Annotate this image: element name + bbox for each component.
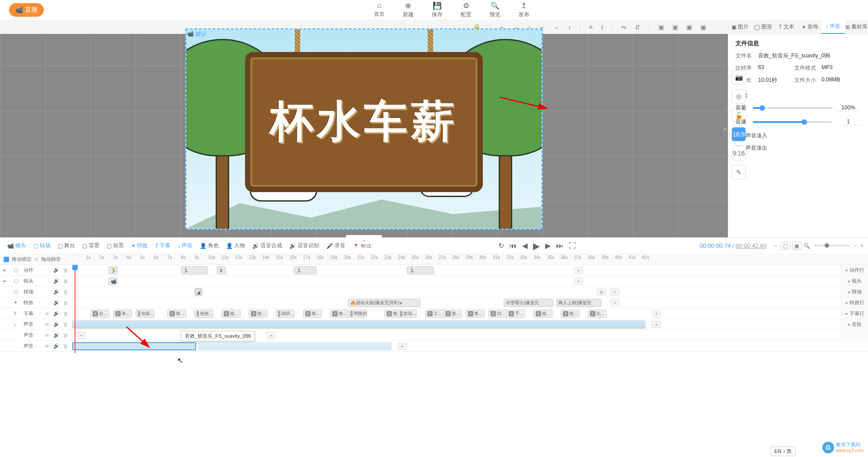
subtitle-clip[interactable]: T在... xyxy=(90,310,109,318)
tl-tab-subtitle[interactable]: T 字幕 xyxy=(152,240,173,251)
tab-shape[interactable]: ◯图形 xyxy=(752,20,775,33)
subtitle-clip[interactable]: T周围的... xyxy=(348,310,367,318)
add-camera-button[interactable]: + xyxy=(574,278,583,285)
action-clip[interactable]: 🏃 xyxy=(294,266,316,274)
screenshot-button[interactable]: 📷 xyxy=(731,70,746,85)
camera-clip[interactable]: 📹 xyxy=(108,277,118,285)
tl-tab-role[interactable]: 👤 角色 xyxy=(197,240,222,251)
effect-clip-fire[interactable]: 🔥 跳动火焰(播放完消失) ▾ xyxy=(348,299,420,307)
menu-publish[interactable]: ↥发布 xyxy=(519,1,529,19)
subtitle-clip[interactable]: T推... xyxy=(303,310,322,318)
zoom-in-button[interactable]: ▣ xyxy=(792,242,802,250)
menu-config[interactable]: ⚙配置 xyxy=(461,1,472,19)
track-label-2[interactable]: ✦特效🔊🗑 xyxy=(0,297,72,308)
subtitle-clip[interactable]: T比... xyxy=(588,310,607,318)
menu-preview[interactable]: 🔍预览 xyxy=(490,1,500,19)
subtitle-clip[interactable]: T立... xyxy=(425,310,444,318)
timeline-ruler[interactable]: 1s2s3s4s5s6s7s8s9s10s11s12s13s14s15s16s1… xyxy=(72,254,868,264)
tl-tab-effect[interactable]: ✦ 特效 xyxy=(128,240,151,251)
transition-clip[interactable]: ◢ xyxy=(194,288,203,296)
speed-slider[interactable] xyxy=(753,121,832,123)
add-action-button[interactable]: + xyxy=(574,267,583,274)
add-action-row-button[interactable]: + 动作行 xyxy=(841,265,868,276)
tl-tab-foreground[interactable]: ▢ 前景 xyxy=(104,240,127,251)
subtitle-clip[interactable]: T发现... xyxy=(398,310,417,318)
edit-button[interactable]: ✎ xyxy=(731,165,746,179)
volume-value[interactable]: 100% xyxy=(836,104,861,111)
fullscreen-button[interactable]: ⛶ xyxy=(569,242,576,250)
audio-clip-extended[interactable] xyxy=(198,342,392,350)
tl-tab-sound[interactable]: ♪ 声音 xyxy=(175,240,195,251)
tab-image[interactable]: ▣图片 xyxy=(728,20,752,33)
track-label-0[interactable]: ▸▢镜头🔊🗑 xyxy=(0,276,72,287)
tl-tab-asr[interactable]: 🔊 语音识别 xyxy=(287,240,322,251)
target-button[interactable]: ◎ xyxy=(731,89,746,104)
audio-clip-main[interactable] xyxy=(72,320,646,329)
canvas-collapse-button[interactable]: ⌄ xyxy=(346,235,382,244)
volume-slider[interactable] xyxy=(753,107,832,109)
subtitle-clip[interactable]: T推... xyxy=(330,310,349,318)
push-lock-checkbox[interactable] xyxy=(4,257,9,262)
subtitle-clip[interactable]: T就听... xyxy=(276,310,295,318)
skip-start-button[interactable]: ⏮ xyxy=(509,242,517,250)
effect-clip-dust[interactable]: 舞入上散(播放完 xyxy=(556,299,601,307)
language-indicator[interactable]: EN ♪ 简 xyxy=(770,447,796,456)
add-transition-row-button[interactable]: + 转场 xyxy=(841,287,868,297)
menu-new[interactable]: ⊕新建 xyxy=(403,1,414,19)
panel-collapse-button[interactable]: ▸ xyxy=(724,126,727,132)
subtitle-clip[interactable]: T但... xyxy=(488,310,507,318)
track-label-4[interactable]: ♪声音👁🔊🗑 xyxy=(0,319,72,330)
fadeout-row[interactable]: 声音淡出 xyxy=(736,144,861,152)
track-label-3[interactable]: T字幕👁🔊🗑 xyxy=(0,308,72,319)
add-effect-row-button[interactable]: + 特效行 xyxy=(841,297,868,308)
aspect-9-16-button[interactable]: 9:16 xyxy=(731,146,746,160)
speed-value[interactable]: 1 xyxy=(836,118,861,125)
add-transition-button-2[interactable]: + xyxy=(610,288,619,296)
add-subtitle-row-button[interactable]: + 字幕行 xyxy=(841,308,868,319)
add-subtitle-button[interactable]: + xyxy=(652,310,661,317)
action-clip[interactable]: 🏃 xyxy=(407,266,434,274)
distribute-v-icon[interactable]: ⦀ xyxy=(601,24,604,31)
flip-v-icon[interactable]: ⇵ xyxy=(635,24,640,31)
subtitle-clip[interactable]: T有... xyxy=(113,310,132,318)
tab-sound[interactable]: ♪声音 xyxy=(821,20,845,34)
tl-tab-tts[interactable]: 🔊 语音合成 xyxy=(250,240,285,251)
subtitle-clip[interactable]: T推... xyxy=(249,310,268,318)
loop-button[interactable]: ↻ xyxy=(498,241,504,250)
tl-tab-stage[interactable]: ▢ 舞台 xyxy=(55,240,78,251)
action-clip[interactable]: 🏃 xyxy=(108,266,118,274)
zoom-out-button[interactable]: − xyxy=(772,243,779,249)
add-sound-button-2a[interactable]: + xyxy=(77,332,86,339)
skip-end-button[interactable]: ⏭ xyxy=(556,242,563,250)
action-clip[interactable]: 🏃 xyxy=(181,266,208,274)
add-sound-button-1[interactable]: + xyxy=(652,321,661,328)
tl-tab-camera[interactable]: 📹 镜头 xyxy=(5,240,29,251)
subtitle-clip[interactable]: T将... xyxy=(466,310,485,318)
zoom-fit-button[interactable]: ▢ xyxy=(781,242,790,250)
sign-board[interactable]: 杯水车薪 xyxy=(245,52,483,192)
subtitle-clip[interactable]: T推... xyxy=(533,310,552,318)
align-bottom-icon[interactable]: ⫞ xyxy=(568,24,571,31)
play-button[interactable]: ▶ xyxy=(533,240,540,251)
subtitle-clip[interactable]: T于... xyxy=(506,310,525,318)
fadein-row[interactable]: 声音淡入 xyxy=(736,132,861,140)
layer-backward-icon[interactable]: ▣ xyxy=(686,24,692,31)
add-audio-row-button[interactable]: + 音轨 xyxy=(841,319,868,330)
tl-tab-record[interactable]: 🎤 录音 xyxy=(324,240,348,251)
add-sound-button-2b[interactable]: + xyxy=(267,332,276,339)
tab-text[interactable]: T文本 xyxy=(775,20,798,33)
track-label-6[interactable]: 声音👁🔊🗑 xyxy=(0,341,72,352)
menu-home[interactable]: ⌂首页 xyxy=(374,1,385,19)
effect-clip-water[interactable]: 水管喷出(播放完 xyxy=(504,299,553,307)
tl-tab-background[interactable]: ▢ 背景 xyxy=(80,240,102,251)
layer-front-icon[interactable]: ▣ xyxy=(658,24,664,31)
step-back-button[interactable]: ◀ xyxy=(522,241,528,250)
layer-back-icon[interactable]: ▣ xyxy=(700,24,706,31)
subtitle-clip[interactable]: T推... xyxy=(561,310,580,318)
playhead[interactable] xyxy=(75,265,75,353)
add-sound-button-3[interactable]: + xyxy=(398,343,407,350)
action-clip[interactable]: ⬇ xyxy=(217,266,226,274)
tl-tab-person[interactable]: 👤 人物 xyxy=(223,240,248,251)
subtitle-clip[interactable]: T推... xyxy=(222,310,241,318)
canvas[interactable]: 📹 默认 杯水车薪 xyxy=(185,28,542,230)
